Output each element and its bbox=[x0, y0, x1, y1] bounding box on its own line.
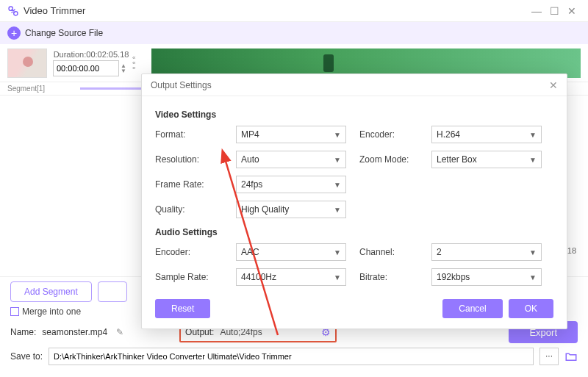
chevron-down-icon: ▼ bbox=[529, 131, 537, 139]
chevron-down-icon: ▼ bbox=[529, 248, 537, 256]
name-label: Name: bbox=[10, 327, 36, 337]
chevron-down-icon: ▼ bbox=[334, 206, 341, 214]
source-bar: + Change Source File bbox=[0, 22, 588, 44]
channel-select[interactable]: 2▼ bbox=[431, 243, 542, 261]
bitrate-label: Bitrate: bbox=[359, 272, 418, 282]
zoom-label: Zoom Mode: bbox=[359, 154, 418, 165]
sample-rate-label: Sample Rate: bbox=[155, 272, 223, 282]
chevron-down-icon: ▼ bbox=[529, 273, 537, 281]
duration-label: Duration:00:02:05.18 bbox=[54, 50, 129, 59]
handle-icon[interactable]: ««« bbox=[132, 55, 141, 71]
format-select[interactable]: MP4▼ bbox=[236, 126, 346, 143]
add-segment-button[interactable]: Add Segment bbox=[10, 281, 92, 302]
save-path-input[interactable] bbox=[49, 348, 534, 365]
secondary-button[interactable] bbox=[98, 281, 127, 302]
window-title: Video Trimmer bbox=[24, 5, 528, 16]
encoder-label: Encoder: bbox=[359, 129, 418, 140]
audio-encoder-select[interactable]: AAC▼ bbox=[236, 243, 346, 261]
video-settings-header: Video Settings bbox=[155, 109, 553, 120]
audio-settings-header: Audio Settings bbox=[155, 227, 553, 237]
chevron-down-icon: ▼ bbox=[334, 131, 341, 139]
stepper-icon[interactable]: ▲▼ bbox=[121, 63, 129, 73]
reset-button[interactable]: Reset bbox=[155, 299, 210, 318]
chevron-down-icon: ▼ bbox=[334, 156, 341, 164]
edit-name-icon[interactable]: ✎ bbox=[116, 327, 123, 337]
browse-button[interactable]: ··· bbox=[539, 348, 559, 365]
output-settings-dialog: Output Settings ✕ Video Settings Format:… bbox=[141, 73, 567, 329]
chevron-down-icon: ▼ bbox=[529, 156, 537, 164]
zoom-select[interactable]: Letter Box▼ bbox=[431, 151, 542, 168]
name-value: seamonster.mp4 bbox=[42, 327, 107, 337]
change-source-button[interactable]: Change Source File bbox=[25, 28, 103, 38]
maximize-button[interactable]: ☐ bbox=[545, 5, 563, 17]
clip-thumbnail[interactable] bbox=[7, 49, 47, 78]
plus-icon[interactable]: + bbox=[7, 26, 21, 40]
encoder-select[interactable]: H.264▼ bbox=[431, 126, 542, 143]
app-logo-icon bbox=[7, 5, 19, 17]
sample-rate-select[interactable]: 44100Hz▼ bbox=[236, 268, 346, 286]
title-bar: Video Trimmer — ☐ ✕ bbox=[0, 0, 588, 22]
duration-box: Duration:00:02:05.18 ▲▼ bbox=[53, 50, 129, 76]
close-button[interactable]: ✕ bbox=[563, 5, 581, 17]
channel-label: Channel: bbox=[359, 247, 418, 257]
dialog-close-icon[interactable]: ✕ bbox=[549, 79, 558, 91]
open-folder-icon[interactable] bbox=[564, 350, 578, 363]
chevron-down-icon: ▼ bbox=[334, 181, 341, 189]
ok-button[interactable]: OK bbox=[509, 299, 553, 318]
checkbox-icon bbox=[10, 307, 19, 316]
save-to-label: Save to: bbox=[10, 351, 43, 362]
bitrate-select[interactable]: 192kbps▼ bbox=[431, 268, 542, 286]
chevron-down-icon: ▼ bbox=[334, 273, 341, 281]
audio-encoder-label: Encoder: bbox=[155, 247, 223, 257]
minimize-button[interactable]: — bbox=[528, 5, 545, 17]
dialog-title: Output Settings bbox=[151, 80, 212, 90]
segment-label: Segment[1] bbox=[7, 85, 45, 93]
start-time-input[interactable] bbox=[53, 60, 119, 76]
dialog-footer: Reset Cancel OK bbox=[142, 292, 567, 328]
quality-select[interactable]: High Quality▼ bbox=[236, 201, 346, 218]
resolution-select[interactable]: Auto▼ bbox=[236, 151, 346, 168]
framerate-label: Frame Rate: bbox=[155, 179, 223, 190]
quality-label: Quality: bbox=[155, 204, 223, 215]
dialog-header: Output Settings ✕ bbox=[142, 74, 567, 96]
merge-checkbox[interactable]: Merge into one bbox=[10, 306, 81, 317]
cancel-button[interactable]: Cancel bbox=[442, 299, 502, 318]
format-label: Format: bbox=[155, 129, 223, 140]
resolution-label: Resolution: bbox=[155, 154, 223, 165]
chevron-down-icon: ▼ bbox=[334, 248, 341, 256]
framerate-select[interactable]: 24fps▼ bbox=[236, 176, 346, 193]
